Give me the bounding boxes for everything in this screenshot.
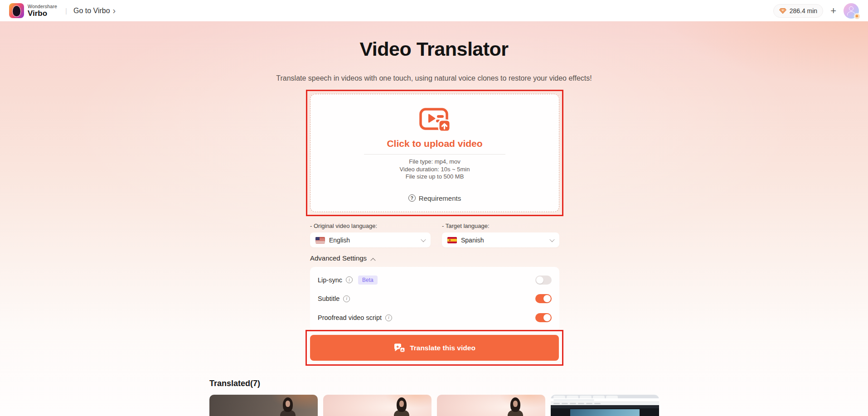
chevron-down-icon [421,237,426,242]
info-icon[interactable]: i [343,295,350,302]
original-language-label: - Original video language: [310,223,431,229]
svg-text:A: A [401,348,404,352]
subtitle-toggle[interactable] [535,294,552,303]
page-title: Video Translator [359,38,508,60]
question-circle-icon: ? [408,194,416,202]
brand-logo[interactable]: Wondershare Virbo [9,3,57,18]
upload-dropzone[interactable]: Click to upload video File type: mp4, mo… [310,94,559,212]
header-divider: | [65,7,67,15]
upload-cta: Click to upload video [387,138,482,149]
proofread-toggle[interactable] [535,313,552,322]
virbo-face-glyph [13,6,20,16]
info-icon[interactable]: i [385,314,392,321]
presenter-figure [279,397,297,416]
setting-row-proofread: Proofread video script i [318,313,552,322]
annotation-upload-highlight: Click to upload video File type: mp4, mo… [306,90,563,216]
go-to-virbo-link[interactable]: Go to Virbo › [73,7,116,15]
target-language-group: - Target language: Spanish [442,223,559,247]
upload-video-icon [419,106,451,132]
avatar[interactable] [844,3,859,19]
lip-sync-toggle[interactable] [535,276,552,285]
brand-text: Wondershare Virbo [28,4,57,18]
target-language-select[interactable]: Spanish [442,232,559,247]
us-flag-icon [315,237,325,243]
subtitle-label: Subtitle [318,295,339,302]
go-to-virbo-label: Go to Virbo [73,7,110,15]
brand-wondershare: Wondershare [28,4,57,9]
video-preview [570,409,640,416]
browser-address-bar [551,398,659,402]
translate-button[interactable]: ★ A Translate this video [310,335,559,361]
add-minutes-button[interactable]: + [828,6,839,16]
translated-video-thumbnail-2[interactable] [323,395,432,416]
svg-text:★: ★ [396,344,400,348]
advanced-settings-toggle[interactable]: Advanced Settings [310,254,375,262]
virbo-logo-icon [9,3,24,18]
requirements-link[interactable]: ? Requirements [408,194,461,202]
upload-divider [364,154,505,155]
chevron-up-icon [370,258,375,263]
spain-flag-icon [447,237,457,243]
brand-virbo: Virbo [28,10,57,17]
beta-badge: Beta [358,276,378,285]
browser-tab-bar [551,395,659,398]
target-language-value: Spanish [461,237,484,244]
setting-row-subtitle: Subtitle i [318,294,552,303]
credits-gem-icon [779,8,786,14]
lip-sync-label: Lip-sync [318,276,342,284]
browser-app-area [551,405,659,416]
avatar-gem-badge [854,13,860,19]
upload-file-type: File type: mp4, mov [409,158,460,166]
page: Wondershare Virbo | Go to Virbo › 286.4 … [0,0,868,416]
target-language-label: - Target language: [442,223,559,229]
person-icon [849,6,853,11]
info-icon[interactable]: i [346,276,353,283]
browser-bookmarks-bar [551,402,659,405]
original-language-group: - Original video language: English [310,223,431,247]
credits-pill[interactable]: 286.4 min [773,4,823,18]
header-right: 286.4 min + [773,3,859,19]
translated-video-thumbnail-3[interactable] [437,395,545,416]
translate-icon: ★ A [393,343,405,353]
proofread-label: Proofread video script [318,314,382,321]
translated-video-thumbnail-1[interactable] [209,395,318,416]
presenter-figure [506,397,524,416]
original-language-select[interactable]: English [310,232,431,247]
advanced-settings-panel: Lip-sync i Beta Subtitle i Proofread vid… [310,267,559,331]
annotation-translate-highlight: ★ A Translate this video [305,330,563,366]
chevron-right-icon: › [113,6,116,15]
credits-minutes: 286.4 min [790,7,817,15]
translated-video-thumbnail-4[interactable] [551,395,659,416]
translated-thumbnails [209,395,659,416]
translate-button-label: Translate this video [410,344,475,352]
chevron-down-icon [549,237,554,242]
page-subtitle: Translate speech in videos with one touc… [276,74,592,82]
advanced-settings-label: Advanced Settings [310,254,367,262]
top-bar: Wondershare Virbo | Go to Virbo › 286.4 … [0,0,868,21]
upload-file-size: File size up to 500 MB [406,173,464,181]
original-language-value: English [329,237,350,244]
language-row: - Original video language: English - Tar… [310,223,559,247]
setting-row-lip-sync: Lip-sync i Beta [318,276,552,285]
upload-duration: Video duration: 10s ~ 5min [400,166,470,174]
requirements-label: Requirements [419,194,461,202]
translated-heading: Translated(7) [209,379,260,388]
presenter-figure [393,397,411,416]
